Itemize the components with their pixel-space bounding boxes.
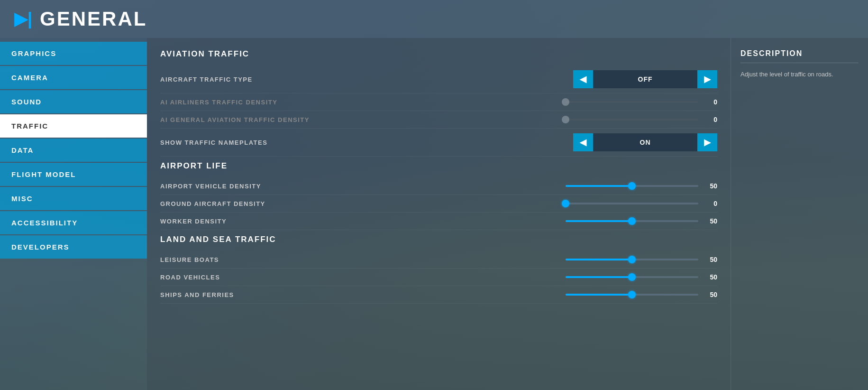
slider-control-worker-density: 50 — [566, 217, 717, 225]
description-panel: DESCRIPTION Adjust the level of traffic … — [731, 38, 868, 390]
description-text: Adjust the level of traffic on roads. — [740, 70, 859, 80]
setting-label-ai-airliners-traffic-density: AI AIRLINERS TRAFFIC DENSITY — [160, 99, 566, 106]
slider-control-ai-airliners-traffic-density: 0 — [566, 98, 717, 106]
slider-fill-airport-vehicle — [566, 185, 632, 187]
slider-control-airport-vehicle-density: 50 — [566, 182, 717, 190]
slider-fill-ships-and-ferries — [566, 294, 632, 296]
toggle-control-aircraft-traffic-type: ◀ OFF ▶ — [573, 70, 717, 88]
sidebar-item-camera[interactable]: CAMERA — [0, 66, 147, 89]
slider-control-road-vehicles: 50 — [566, 273, 717, 281]
sidebar-item-misc[interactable]: MISC — [0, 187, 147, 210]
slider-thumb-ai-airliners[interactable] — [562, 98, 569, 106]
slider-thumb-ai-general[interactable] — [562, 116, 569, 123]
slider-value-airport-vehicle: 50 — [704, 182, 717, 190]
toggle-next-aircraft-traffic-type[interactable]: ▶ — [697, 70, 717, 88]
setting-row-road-vehicles: ROAD VEHICLES 50 — [160, 269, 717, 286]
slider-control-ai-general-aviation: 0 — [566, 116, 717, 123]
section-title-airport-life: AIRPORT LIFE — [160, 161, 717, 171]
slider-value-ground-aircraft: 0 — [704, 200, 717, 207]
setting-row-ships-and-ferries: SHIPS AND FERRIES 50 — [160, 286, 717, 304]
header-icon: ▶| — [14, 10, 32, 28]
slider-value-road-vehicles: 50 — [704, 273, 717, 281]
setting-label-leisure-boats: LEISURE BOATS — [160, 256, 566, 263]
sidebar: GRAPHICS CAMERA SOUND TRAFFIC DATA FLIGH… — [0, 38, 147, 390]
sidebar-item-sound[interactable]: SOUND — [0, 90, 147, 113]
setting-row-show-traffic-nameplates: SHOW TRAFFIC NAMEPLATES ◀ ON ▶ — [160, 129, 717, 157]
sidebar-item-traffic[interactable]: TRAFFIC — [0, 114, 147, 138]
sidebar-item-flight-model[interactable]: FLIGHT MODEL — [0, 163, 147, 186]
slider-value-leisure-boats: 50 — [704, 256, 717, 263]
section-title-aviation-traffic: AVIATION TRAFFIC — [160, 49, 717, 59]
setting-row-ground-aircraft-density: GROUND AIRCRAFT DENSITY 0 — [160, 195, 717, 213]
slider-thumb-ships-and-ferries[interactable] — [628, 291, 636, 298]
setting-row-ai-general-aviation: AI GENERAL AVIATION TRAFFIC DENSITY 0 — [160, 111, 717, 129]
slider-thumb-leisure-boats[interactable] — [628, 256, 636, 263]
setting-label-ships-and-ferries: SHIPS AND FERRIES — [160, 291, 566, 298]
slider-track-ground-aircraft — [566, 203, 698, 204]
toggle-prev-show-traffic-nameplates[interactable]: ◀ — [573, 133, 593, 151]
toggle-value-show-traffic-nameplates: ON — [593, 133, 697, 151]
setting-row-worker-density: WORKER DENSITY 50 — [160, 213, 717, 230]
app-header: ▶| GENERAL — [0, 0, 868, 38]
setting-label-road-vehicles: ROAD VEHICLES — [160, 274, 566, 281]
content-area: AVIATION TRAFFIC AIRCRAFT TRAFFIC TYPE ◀… — [147, 38, 731, 390]
setting-label-ai-general-aviation: AI GENERAL AVIATION TRAFFIC DENSITY — [160, 116, 566, 123]
slider-thumb-worker[interactable] — [628, 217, 636, 225]
setting-label-show-traffic-nameplates: SHOW TRAFFIC NAMEPLATES — [160, 139, 573, 146]
section-title-land-sea-traffic: LAND AND SEA TRAFFIC — [160, 235, 717, 244]
sidebar-item-accessibility[interactable]: ACCESSIBILITY — [0, 211, 147, 234]
app-title: GENERAL — [40, 8, 147, 30]
slider-value-worker: 50 — [704, 217, 717, 225]
slider-fill-worker — [566, 220, 632, 222]
slider-thumb-ground-aircraft[interactable] — [562, 200, 569, 207]
setting-label-ground-aircraft-density: GROUND AIRCRAFT DENSITY — [160, 200, 566, 207]
slider-control-ships-and-ferries: 50 — [566, 291, 717, 298]
slider-track-airport-vehicle — [566, 185, 698, 187]
toggle-prev-aircraft-traffic-type[interactable]: ◀ — [573, 70, 593, 88]
slider-track-worker — [566, 220, 698, 222]
setting-row-aircraft-traffic-type: AIRCRAFT TRAFFIC TYPE ◀ OFF ▶ — [160, 65, 717, 93]
setting-label-airport-vehicle-density: AIRPORT VEHICLE DENSITY — [160, 183, 566, 190]
slider-track-leisure-boats — [566, 259, 698, 260]
slider-track-ships-and-ferries — [566, 294, 698, 296]
sidebar-item-data[interactable]: DATA — [0, 139, 147, 162]
slider-thumb-road-vehicles[interactable] — [628, 273, 636, 281]
setting-label-aircraft-traffic-type: AIRCRAFT TRAFFIC TYPE — [160, 76, 573, 83]
setting-row-leisure-boats: LEISURE BOATS 50 — [160, 251, 717, 269]
slider-track-ai-general — [566, 119, 698, 121]
toggle-control-show-traffic-nameplates: ◀ ON ▶ — [573, 133, 717, 151]
setting-row-ai-airliners-traffic-density: AI AIRLINERS TRAFFIC DENSITY 0 — [160, 93, 717, 111]
slider-thumb-airport-vehicle[interactable] — [628, 182, 636, 190]
slider-fill-leisure-boats — [566, 259, 632, 260]
setting-label-worker-density: WORKER DENSITY — [160, 218, 566, 225]
slider-value-ai-general: 0 — [704, 116, 717, 123]
setting-row-airport-vehicle-density: AIRPORT VEHICLE DENSITY 50 — [160, 177, 717, 195]
sidebar-item-graphics[interactable]: GRAPHICS — [0, 42, 147, 65]
slider-control-ground-aircraft-density: 0 — [566, 200, 717, 207]
slider-value-ai-airliners: 0 — [704, 98, 717, 106]
slider-track-road-vehicles — [566, 276, 698, 278]
slider-fill-road-vehicles — [566, 276, 632, 278]
toggle-value-aircraft-traffic-type: OFF — [593, 70, 697, 88]
toggle-next-show-traffic-nameplates[interactable]: ▶ — [697, 133, 717, 151]
sidebar-item-developers[interactable]: DEVELOPERS — [0, 235, 147, 259]
slider-track-ai-airliners — [566, 101, 698, 103]
slider-control-leisure-boats: 50 — [566, 256, 717, 263]
description-title: DESCRIPTION — [740, 49, 859, 63]
slider-value-ships-and-ferries: 50 — [704, 291, 717, 298]
